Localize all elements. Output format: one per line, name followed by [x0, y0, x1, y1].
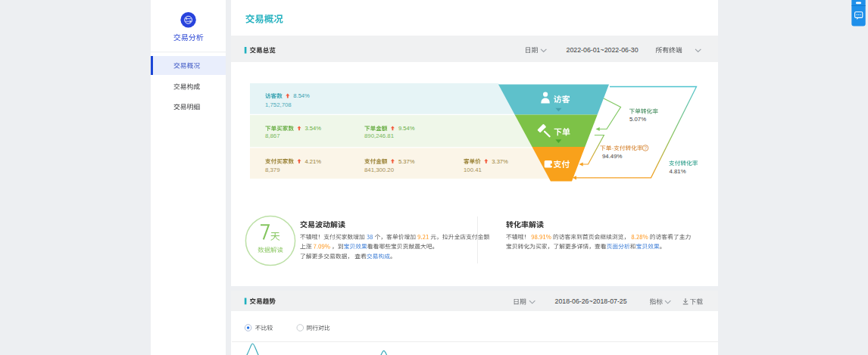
svg-text:890,246.81: 890,246.81 — [364, 132, 394, 139]
svg-text:5.37%: 5.37% — [398, 158, 415, 165]
svg-text:8.54%: 8.54% — [293, 92, 310, 99]
svg-text:5.07%: 5.07% — [629, 116, 646, 123]
svg-text:3.54%: 3.54% — [305, 125, 322, 132]
svg-text:4.21%: 4.21% — [305, 158, 322, 165]
svg-text:?: ? — [644, 145, 647, 151]
svg-text:94.49%: 94.49% — [602, 153, 623, 160]
svg-text:841,300.20: 841,300.20 — [364, 167, 395, 173]
svg-text:8,867: 8,867 — [265, 132, 280, 139]
svg-text:3.37%: 3.37% — [492, 158, 508, 165]
svg-text:9.54%: 9.54% — [398, 125, 415, 132]
svg-text:1,752,708: 1,752,708 — [265, 101, 292, 108]
svg-text:2018-06-26~2018-07-25: 2018-06-26~2018-07-25 — [555, 297, 627, 305]
svg-text:8,379: 8,379 — [265, 167, 280, 173]
svg-text:4.81%: 4.81% — [670, 168, 686, 175]
svg-text:100.41: 100.41 — [464, 167, 482, 173]
svg-text:2022-06-01~2022-06-30: 2022-06-01~2022-06-30 — [567, 46, 639, 54]
